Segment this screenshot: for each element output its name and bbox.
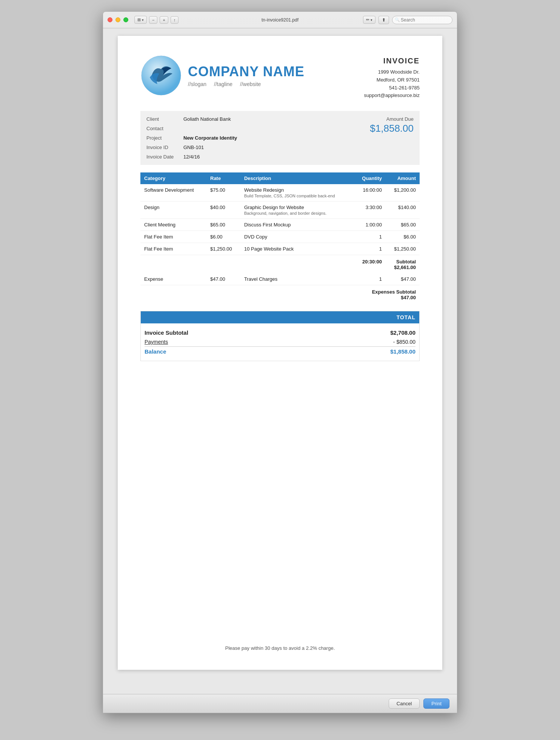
col-header-description: Description bbox=[240, 172, 354, 184]
client-label: Client bbox=[146, 116, 180, 122]
cancel-button[interactable]: Cancel bbox=[389, 698, 420, 709]
contact-label: Contact bbox=[146, 126, 180, 131]
table-row: Flat Fee Item $1,250.00 10 Page Website … bbox=[140, 243, 420, 255]
sidebar-chevron-icon: ▾ bbox=[142, 18, 144, 22]
subtotal-spacer bbox=[140, 255, 240, 274]
expenses-subtotal-value: $47.00 bbox=[358, 295, 416, 300]
amount-due-block: Amount Due $1,858.00 bbox=[370, 116, 414, 134]
project-value: New Corporate Identity bbox=[183, 135, 237, 141]
cell-category: Flat Fee Item bbox=[140, 243, 206, 255]
cell-amount: $47.00 bbox=[386, 273, 420, 285]
cell-description: Discuss First Mockup bbox=[240, 219, 354, 231]
invoice-date-row: Invoice Date 12/4/16 bbox=[146, 154, 237, 160]
search-wrapper: 🔍 bbox=[392, 16, 452, 24]
pdf-page: COMPANY NAME //slogan //tagline //websit… bbox=[118, 36, 442, 670]
bottom-bar: Cancel Print bbox=[103, 694, 457, 713]
expenses-subtotal-label: Expenses Subtotal bbox=[358, 289, 416, 295]
share-icon: ↑ bbox=[174, 18, 176, 22]
balance-value: $1,858.00 bbox=[390, 348, 415, 355]
cell-quantity: 1 bbox=[354, 273, 386, 285]
subtotal-spacer2 bbox=[240, 255, 354, 274]
payments-line: Payments - $850.00 bbox=[145, 337, 415, 347]
col-header-rate: Rate bbox=[206, 172, 240, 184]
cell-rate: $40.00 bbox=[206, 202, 240, 219]
table-row: Expense $47.00 Travel Charges 1 $47.00 bbox=[140, 273, 420, 285]
invoice-subtotal-label: Invoice Subtotal bbox=[145, 329, 188, 336]
cell-amount: $6.00 bbox=[386, 231, 420, 243]
cell-description: Graphic Design for Website Background, n… bbox=[240, 202, 354, 219]
table-row: Flat Fee Item $6.00 DVD Copy 1 $6.00 bbox=[140, 231, 420, 243]
minimize-button[interactable] bbox=[115, 17, 120, 22]
traffic-lights bbox=[108, 17, 128, 22]
subtotal-value: $2,661.00 bbox=[389, 265, 416, 270]
pen-chevron-icon: ▾ bbox=[371, 18, 372, 22]
expenses-subtotal-spacer bbox=[140, 285, 354, 304]
table-row: Design $40.00 Graphic Design for Website… bbox=[140, 202, 420, 219]
payments-label: Payments bbox=[145, 339, 168, 345]
zoom-out-button[interactable]: − bbox=[149, 16, 157, 24]
cell-quantity: 3:30:00 bbox=[354, 202, 386, 219]
invoice-id-label: Invoice ID bbox=[146, 145, 180, 150]
toolbar-right: ✏ ▾ ⬆ 🔍 bbox=[363, 16, 452, 24]
cell-rate: $75.00 bbox=[206, 184, 240, 202]
zoom-in-icon: + bbox=[163, 18, 165, 22]
pen-button[interactable]: ✏ ▾ bbox=[363, 16, 375, 24]
balance-line: Balance $1,858.00 bbox=[145, 347, 415, 356]
company-address1: 1999 Woodside Dr. bbox=[364, 68, 420, 76]
cell-amount: $65.00 bbox=[386, 219, 420, 231]
company-tagline-text: //tagline bbox=[214, 81, 232, 87]
contact-row: Contact bbox=[146, 126, 237, 131]
table-body: Software Development $75.00 Website Rede… bbox=[140, 184, 420, 303]
subtotal-quantity: 20:30:00 bbox=[354, 255, 386, 274]
client-left: Client Goliath National Bank Contact Pro… bbox=[146, 116, 237, 160]
maximize-button[interactable] bbox=[123, 17, 128, 22]
footer-note: Please pay within 30 days to avoid a 2.2… bbox=[140, 623, 420, 651]
print-button[interactable]: Print bbox=[423, 698, 449, 709]
export-button[interactable]: ⬆ bbox=[378, 16, 389, 24]
cell-amount: $1,200.00 bbox=[386, 184, 420, 202]
contact-value bbox=[183, 126, 237, 131]
table-row: Software Development $75.00 Website Rede… bbox=[140, 184, 420, 202]
cell-description: Website Redesign Build Template, CSS, JS… bbox=[240, 184, 354, 202]
cell-category: Expense bbox=[140, 273, 206, 285]
zoom-in-button[interactable]: + bbox=[160, 16, 168, 24]
share-button[interactable]: ↑ bbox=[171, 16, 179, 24]
zoom-out-icon: − bbox=[152, 18, 154, 22]
company-address2: Medford, OR 97501 bbox=[364, 76, 420, 84]
amount-due-label: Amount Due bbox=[370, 116, 414, 122]
table-row: Client Meeting $65.00 Discuss First Mock… bbox=[140, 219, 420, 231]
cell-rate: $65.00 bbox=[206, 219, 240, 231]
cell-quantity: 16:00:00 bbox=[354, 184, 386, 202]
close-button[interactable] bbox=[108, 17, 112, 22]
company-name: COMPANY NAME bbox=[188, 64, 305, 80]
invoice-subtotal-value: $2,708.00 bbox=[390, 329, 415, 336]
col-header-quantity: Quantity bbox=[354, 172, 386, 184]
cell-quantity: 1 bbox=[354, 231, 386, 243]
amount-due-value: $1,858.00 bbox=[370, 123, 414, 134]
company-logo bbox=[140, 55, 182, 96]
invoice-id-row: Invoice ID GNB-101 bbox=[146, 145, 237, 150]
cell-description-note: Background, navigation, and border desig… bbox=[244, 211, 350, 215]
cell-rate: $6.00 bbox=[206, 231, 240, 243]
total-body: Invoice Subtotal $2,708.00 Payments - $8… bbox=[141, 323, 419, 361]
window-title: tn-invoice9201.pdf bbox=[262, 17, 298, 23]
company-slogan: //slogan bbox=[188, 81, 206, 87]
cell-category: Flat Fee Item bbox=[140, 231, 206, 243]
sidebar-toggle-button[interactable]: ⊞ ▾ bbox=[134, 16, 147, 24]
company-text-block: COMPANY NAME //slogan //tagline //websit… bbox=[188, 64, 305, 87]
table-header: Category Rate Description Quantity Amoun… bbox=[140, 172, 420, 184]
logo-area: COMPANY NAME //slogan //tagline //websit… bbox=[140, 55, 305, 96]
search-input[interactable] bbox=[392, 16, 452, 24]
expenses-subtotal-cell: Expenses Subtotal $47.00 bbox=[354, 285, 420, 304]
company-tagline: //slogan //tagline //website bbox=[188, 81, 305, 87]
company-website: //website bbox=[240, 81, 261, 87]
cell-category: Client Meeting bbox=[140, 219, 206, 231]
expenses-subtotal-row: Expenses Subtotal $47.00 bbox=[140, 285, 420, 304]
cell-description: Travel Charges bbox=[240, 273, 354, 285]
client-section: Client Goliath National Bank Contact Pro… bbox=[140, 111, 420, 165]
invoice-header: COMPANY NAME //slogan //tagline //websit… bbox=[140, 55, 420, 100]
invoice-date-value: 12/4/16 bbox=[183, 154, 237, 160]
export-icon: ⬆ bbox=[382, 17, 386, 23]
sidebar-icon: ⊞ bbox=[137, 17, 141, 22]
subtotal-row: 20:30:00 Subtotal $2,661.00 bbox=[140, 255, 420, 274]
